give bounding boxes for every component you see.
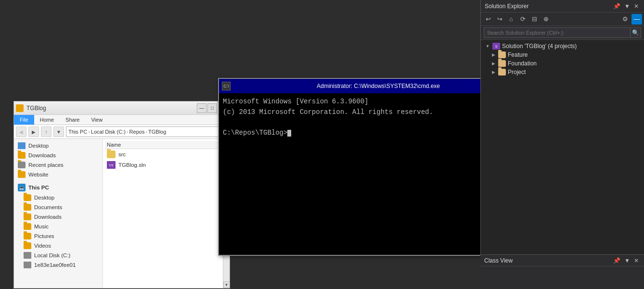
sidebar-item-documents[interactable]: Documents bbox=[14, 202, 103, 212]
se-pin-button[interactable]: 📌 bbox=[612, 3, 622, 10]
file-src-label: src bbox=[118, 151, 126, 157]
sidebar-item-downloads[interactable]: Downloads bbox=[14, 151, 103, 160]
sidebar-item-pictures[interactable]: Pictures bbox=[14, 231, 103, 241]
path-thispc: This PC bbox=[68, 129, 87, 135]
address-path[interactable]: This PC › Local Disk (C:) › Repos › TGBl… bbox=[66, 126, 228, 137]
se-item-project[interactable]: ▶ Project bbox=[481, 68, 644, 76]
path-tgblog: TGBlog bbox=[148, 129, 166, 135]
cmd-cursor bbox=[287, 130, 291, 137]
se-refresh-button[interactable]: ⟳ bbox=[517, 14, 528, 25]
videos-icon bbox=[24, 242, 31, 249]
project-folder-icon bbox=[498, 69, 506, 75]
foundation-folder-icon bbox=[498, 60, 506, 67]
nav-recent-button[interactable]: ▼ bbox=[53, 126, 64, 137]
solution-label: Solution 'TGBlog' (4 projects) bbox=[502, 43, 577, 50]
se-search-bar: 🔍 bbox=[481, 26, 644, 40]
sidebar-item-recent[interactable]: Recent places bbox=[14, 160, 103, 170]
tab-view[interactable]: View bbox=[85, 115, 108, 125]
cmd-title: Administrator: C:\Windows\SYSTEM32\cmd.e… bbox=[233, 83, 523, 89]
cv-title: Class View bbox=[484, 257, 612, 264]
nav-back-button[interactable]: ◀ bbox=[16, 126, 26, 137]
sidebar-documents-label: Documents bbox=[34, 204, 62, 210]
solution-explorer: Solution Explorer 📌 ▼ ✕ ↩ ↪ ⌂ ⟳ ⊟ ⊕ ⚙ — … bbox=[480, 0, 644, 255]
se-forward-button[interactable]: ↪ bbox=[494, 14, 505, 25]
sidebar-videos-label: Videos bbox=[34, 243, 51, 249]
fe-minimize-button[interactable]: — bbox=[197, 103, 206, 113]
project-label: Project bbox=[508, 69, 526, 75]
drive2-icon bbox=[24, 262, 31, 268]
thispc-icon: 💻 bbox=[18, 184, 26, 191]
fe-ribbon: File Home Share View bbox=[14, 115, 230, 125]
file-item-src[interactable]: src bbox=[105, 149, 221, 160]
fe-body: Desktop Downloads Recent places Website … bbox=[14, 139, 230, 288]
se-titlebar: Solution Explorer 📌 ▼ ✕ bbox=[481, 0, 644, 13]
src-folder-icon bbox=[107, 151, 116, 158]
se-dropdown-button[interactable]: ▼ bbox=[623, 3, 631, 10]
se-back-button[interactable]: ↩ bbox=[483, 14, 493, 25]
se-title: Solution Explorer bbox=[485, 3, 612, 10]
localdisk-icon bbox=[24, 252, 31, 259]
nav-forward-button[interactable]: ▶ bbox=[28, 126, 39, 137]
recent-icon bbox=[18, 162, 26, 168]
file-explorer-window: TGBlog — □ ✕ File Home Share View ◀ ▶ ↑ … bbox=[13, 101, 230, 289]
music-icon bbox=[24, 223, 31, 230]
sidebar-drive2-label: 1e83e1ae0fee01 bbox=[34, 262, 76, 268]
sidebar-downloads-label: Downloads bbox=[28, 152, 56, 158]
cv-close-button[interactable]: ✕ bbox=[632, 257, 640, 264]
fe-sidebar: Desktop Downloads Recent places Website … bbox=[14, 139, 103, 288]
column-name: Name bbox=[107, 142, 121, 148]
project-expand-icon: ▶ bbox=[490, 69, 496, 75]
feature-expand-icon: ▶ bbox=[490, 52, 496, 58]
se-search-icon[interactable]: 🔍 bbox=[631, 27, 641, 38]
sidebar-downloads2-label: Downloads bbox=[34, 214, 62, 220]
sidebar-item-music[interactable]: Music bbox=[14, 222, 103, 231]
nav-up-button[interactable]: ↑ bbox=[41, 126, 52, 137]
sidebar-desktop2-label: Desktop bbox=[34, 195, 54, 201]
sidebar-item-desktop2[interactable]: Desktop bbox=[14, 193, 103, 202]
se-item-foundation[interactable]: ▶ Foundation bbox=[481, 59, 644, 68]
cv-dropdown-button[interactable]: ▼ bbox=[623, 257, 631, 264]
feature-folder-icon bbox=[498, 51, 506, 58]
sidebar-item-desktop[interactable]: Desktop bbox=[14, 141, 103, 151]
sidebar-pictures-label: Pictures bbox=[34, 233, 54, 239]
tab-home[interactable]: Home bbox=[34, 115, 60, 125]
cv-titlebar: Class View 📌 ▼ ✕ bbox=[480, 255, 644, 266]
feature-label: Feature bbox=[508, 51, 528, 58]
sidebar-desktop-label: Desktop bbox=[28, 143, 49, 149]
se-search-input[interactable] bbox=[484, 27, 631, 38]
se-item-feature[interactable]: ▶ Feature bbox=[481, 50, 644, 59]
website-icon bbox=[18, 171, 26, 178]
sidebar-thispc[interactable]: 💻 This PC bbox=[14, 182, 103, 193]
scroll-down-button[interactable]: ▼ bbox=[223, 281, 230, 288]
se-toolbar: ↩ ↪ ⌂ ⟳ ⊟ ⊕ ⚙ — bbox=[481, 13, 644, 26]
se-close-button[interactable]: ✕ bbox=[632, 3, 640, 10]
file-item-sln[interactable]: VS TGBlog.sln bbox=[105, 160, 221, 170]
fe-file-list: Name src VS TGBlog.sln bbox=[103, 139, 223, 288]
se-settings-button[interactable]: ⚙ bbox=[620, 14, 631, 25]
sidebar-item-downloads2[interactable]: Downloads bbox=[14, 212, 103, 222]
tab-file[interactable]: File bbox=[14, 115, 34, 125]
sidebar-thispc-label: This PC bbox=[28, 185, 49, 190]
sidebar-item-videos[interactable]: Videos bbox=[14, 241, 103, 251]
se-expand-button[interactable]: ⊕ bbox=[541, 14, 551, 25]
se-pin2-button[interactable]: — bbox=[631, 14, 642, 25]
sidebar-item-localdisk[interactable]: Local Disk (C:) bbox=[14, 251, 103, 260]
tab-share[interactable]: Share bbox=[60, 115, 85, 125]
se-solution-root[interactable]: ▼ S Solution 'TGBlog' (4 projects) bbox=[481, 42, 644, 50]
fe-maximize-button[interactable]: □ bbox=[207, 103, 217, 113]
foundation-label: Foundation bbox=[508, 60, 537, 67]
se-collapse-button[interactable]: ⊟ bbox=[529, 14, 540, 25]
cv-pin-button[interactable]: 📌 bbox=[612, 257, 622, 264]
folder-title-icon bbox=[16, 104, 24, 112]
downloads2-icon bbox=[24, 214, 31, 220]
sidebar-recent-label: Recent places bbox=[28, 162, 64, 168]
cmd-app-icon: C:\ bbox=[222, 82, 231, 90]
file-explorer-titlebar: TGBlog — □ ✕ bbox=[14, 101, 230, 115]
se-home-button[interactable]: ⌂ bbox=[506, 14, 516, 25]
sidebar-music-label: Music bbox=[34, 224, 49, 229]
pictures-icon bbox=[24, 233, 31, 239]
sidebar-website-label: Website bbox=[28, 172, 48, 177]
desktop-icon bbox=[18, 142, 26, 149]
sidebar-item-drive2[interactable]: 1e83e1ae0fee01 bbox=[14, 260, 103, 270]
sidebar-item-website[interactable]: Website bbox=[14, 170, 103, 179]
